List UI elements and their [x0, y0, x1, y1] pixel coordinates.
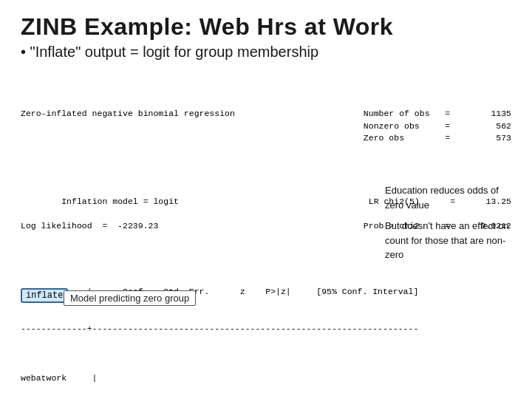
webatwork-label: webatwork | — [21, 372, 511, 385]
inflate-bubble: inflate — [21, 288, 68, 303]
divider-1: -------------+--------------------------… — [21, 323, 511, 335]
page-subtitle: • "Inflate" output = logit for group mem… — [21, 44, 511, 61]
page-title: ZINB Example: Web Hrs at Work — [21, 13, 511, 41]
education-annotation: Education reduces odds of zero value — [378, 179, 522, 216]
slide: ZINB Example: Web Hrs at Work • "Inflate… — [0, 0, 532, 399]
count-annotation: But doesn't have an effect on count for … — [378, 214, 522, 267]
header-left: Zero-inflated negative binomial regressi… — [21, 108, 235, 145]
inflation-model: Inflation model = logit Log likelihood =… — [21, 183, 179, 245]
header-right: Number of obs = 1135 Nonzero obs = 562 Z… — [364, 108, 511, 145]
model-predicting-label: Model predicting zero group — [64, 290, 196, 306]
